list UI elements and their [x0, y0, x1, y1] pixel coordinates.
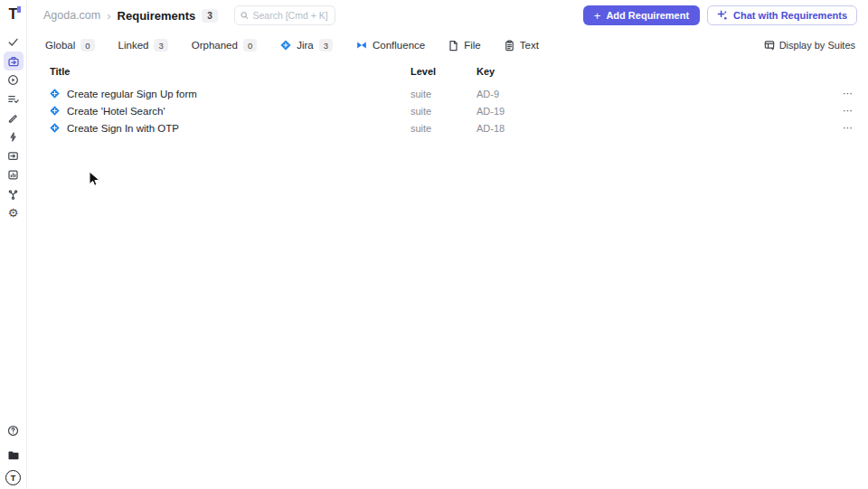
sidebar-item-import[interactable] — [4, 146, 24, 165]
checklist-icon — [7, 93, 19, 105]
table-layout-icon — [764, 40, 775, 51]
requirements-briefcase-icon — [7, 55, 20, 68]
main-area: Agoda.com › Requirements 3 + Add Require… — [27, 0, 868, 489]
filter-text[interactable]: Text — [505, 40, 539, 52]
row-menu-button[interactable]: ⋯ — [834, 123, 868, 133]
plus-icon: + — [594, 10, 601, 22]
filter-count-badge: 0 — [243, 39, 257, 52]
requirement-title-cell: Create regular Sign Up form — [50, 89, 410, 99]
import-icon — [7, 150, 19, 162]
filter-confluence[interactable]: Confluence — [356, 40, 425, 51]
filter-label: Orphaned — [192, 40, 238, 51]
chat-button-label: Chat with Requirements — [733, 10, 847, 21]
run-history-icon — [7, 74, 19, 86]
requirement-level: suite — [410, 123, 476, 134]
filter-label: Confluence — [373, 40, 425, 51]
filter-label: Linked — [118, 40, 149, 51]
requirement-key: AD-19 — [476, 106, 834, 117]
settings-gear-icon: ⚙ — [8, 207, 19, 219]
sidebar-item-settings[interactable]: ⚙ — [4, 203, 24, 222]
requirement-title: Create Sign In with OTP — [67, 123, 179, 134]
confluence-icon — [356, 40, 367, 51]
requirement-key: AD-18 — [476, 123, 834, 134]
filter-file[interactable]: File — [448, 40, 481, 52]
table-row[interactable]: Create 'Hotel Search' suite AD-19 ⋯ — [27, 102, 868, 119]
search-input[interactable] — [252, 10, 328, 21]
file-icon — [448, 40, 458, 52]
pencil-icon — [7, 112, 19, 124]
column-key: Key — [476, 66, 834, 77]
filter-linked[interactable]: Linked 3 — [118, 39, 168, 52]
requirement-title-cell: Create Sign In with OTP — [50, 123, 410, 134]
sidebar-item-test-cases[interactable] — [4, 89, 24, 108]
requirement-title-cell: Create 'Hotel Search' — [50, 106, 410, 117]
column-title: Title — [50, 66, 410, 77]
filter-label: Text — [520, 40, 539, 51]
filter-jira[interactable]: Jira 3 — [280, 39, 333, 52]
logo-accent — [17, 6, 21, 13]
requirement-title: Create regular Sign Up form — [67, 89, 197, 99]
chat-with-requirements-button[interactable]: Chat with Requirements — [707, 5, 857, 25]
requirements-count-badge: 3 — [202, 9, 218, 23]
sidebar-item-runs[interactable] — [4, 71, 24, 89]
clipboard-icon — [505, 40, 514, 52]
table-row[interactable]: Create Sign In with OTP suite AD-18 ⋯ — [27, 119, 868, 136]
filter-count-badge: 3 — [319, 39, 333, 52]
breadcrumb-separator-icon: › — [107, 9, 110, 23]
breadcrumb-current: Requirements — [118, 9, 196, 23]
sidebar-item-automation[interactable] — [4, 127, 24, 146]
app-window: T — [0, 0, 868, 489]
user-avatar[interactable]: T — [5, 470, 21, 485]
filter-count-badge: 3 — [154, 39, 167, 52]
sidebar-item-help[interactable] — [4, 421, 24, 440]
branch-icon — [7, 188, 19, 200]
check-icon — [7, 36, 19, 48]
filter-row: Global 0 Linked 3 Orphaned 0 Jira 3 — [27, 34, 868, 56]
filter-label: Global — [45, 40, 75, 51]
jira-icon — [50, 89, 60, 99]
sidebar: T — [0, 0, 27, 489]
sidebar-item-requirements[interactable] — [4, 52, 24, 71]
display-toggle-label: Display by Suites — [779, 40, 855, 51]
sidebar-item-editor[interactable] — [4, 108, 24, 127]
breadcrumb-parent[interactable]: Agoda.com — [43, 9, 100, 22]
column-level: Level — [410, 66, 476, 77]
jira-icon — [50, 106, 60, 116]
top-bar: Agoda.com › Requirements 3 + Add Require… — [27, 0, 868, 31]
requirement-key: AD-9 — [476, 89, 834, 99]
jira-icon — [280, 40, 291, 51]
avatar-letter: T — [11, 474, 16, 483]
sidebar-item-reports[interactable] — [4, 165, 24, 184]
requirement-level: suite — [410, 106, 476, 117]
help-icon — [7, 425, 19, 437]
row-menu-button[interactable]: ⋯ — [834, 89, 868, 99]
requirement-title: Create 'Hotel Search' — [67, 106, 165, 117]
report-chart-icon — [7, 169, 19, 181]
add-requirement-label: Add Requirement — [606, 10, 689, 21]
row-menu-button[interactable]: ⋯ — [834, 106, 868, 116]
jira-icon — [50, 123, 60, 133]
sparkles-icon — [717, 10, 728, 21]
filter-orphaned[interactable]: Orphaned 0 — [192, 39, 257, 52]
filter-global[interactable]: Global 0 — [45, 39, 95, 52]
app-logo[interactable]: T — [4, 5, 24, 24]
search-box[interactable] — [234, 5, 335, 25]
bolt-icon — [7, 131, 19, 143]
filter-count-badge: 0 — [80, 39, 94, 52]
display-by-suites-toggle[interactable]: Display by Suites — [764, 40, 855, 51]
requirements-table: Title Level Key Create regular Sign Up f… — [27, 63, 868, 136]
sidebar-item-branches[interactable] — [4, 184, 24, 203]
requirement-level: suite — [410, 89, 476, 99]
sidebar-item-projects[interactable] — [4, 446, 24, 465]
sidebar-item-checks[interactable] — [4, 33, 24, 52]
add-requirement-button[interactable]: + Add Requirement — [583, 5, 700, 25]
table-header: Title Level Key — [27, 63, 868, 80]
filter-label: File — [464, 40, 481, 51]
filter-label: Jira — [297, 40, 314, 51]
table-row[interactable]: Create regular Sign Up form suite AD-9 ⋯ — [27, 85, 868, 102]
folder-icon — [7, 450, 20, 461]
sidebar-bottom: T — [4, 421, 24, 485]
search-icon — [241, 11, 249, 20]
